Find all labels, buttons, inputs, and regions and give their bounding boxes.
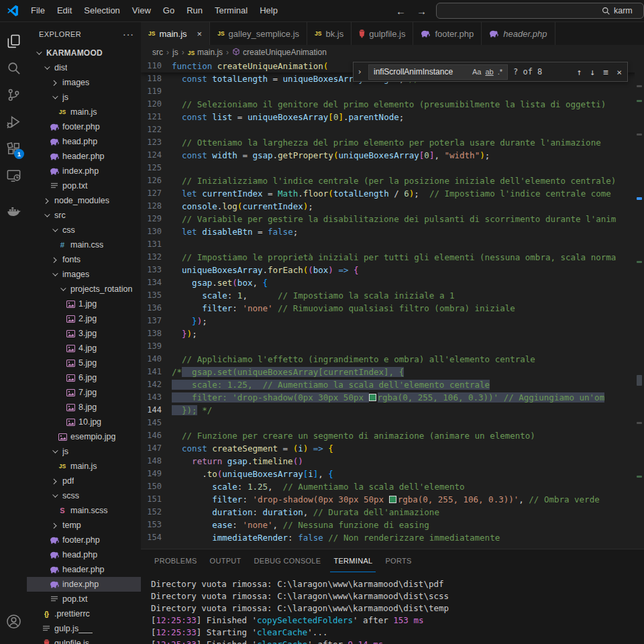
menu-edit[interactable]: Edit (51, 3, 78, 18)
code-line-134[interactable]: 134 gsap.set(box, { (141, 276, 644, 289)
tree-item-images[interactable]: images (27, 267, 141, 282)
close-find-icon[interactable]: × (616, 67, 622, 77)
code-line-149[interactable]: 149 .to(uniqueBoxesArray[i], { (141, 468, 644, 480)
panel-tab-problems[interactable]: PROBLEMS (151, 549, 201, 572)
code-line-141[interactable]: 141/* gsap.set(uniqueBoxesArray[currentI… (141, 366, 644, 378)
tree-item-pdf[interactable]: pdf (27, 474, 141, 488)
tree-item-8-jpg[interactable]: 8.jpg (27, 400, 141, 415)
extensions-icon[interactable]: 1 (0, 135, 27, 162)
breadcrumb-js[interactable]: js (172, 48, 178, 57)
tree-item-header-php[interactable]: header.php (27, 149, 141, 164)
panel-tab-debug-console[interactable]: DEBUG CONSOLE (251, 549, 325, 572)
breadcrumb-src[interactable]: src (152, 48, 163, 57)
code-line-142[interactable]: 142 scale: 1.25, // Aumentiamo la scala … (141, 378, 644, 391)
code-line-124[interactable]: 124 const width = gsap.getProperty(uniqu… (141, 149, 644, 162)
code-line-126[interactable]: 126 // Inizializziamo l'indice centrale … (141, 174, 644, 187)
next-match-icon[interactable]: ↓ (590, 67, 596, 77)
code-line-139[interactable]: 139 (141, 340, 644, 353)
code-line-154[interactable]: 154 immediateRender: false // Non render… (141, 531, 644, 544)
tab-gulpfile-js[interactable]: gulpfile.js (352, 22, 413, 45)
code-line-152[interactable]: 152 duration: duration, // Durata dell'a… (141, 506, 644, 519)
match-case-icon[interactable]: Aa (470, 68, 483, 76)
code-line-147[interactable]: 147 const createSegment = (i) => { (141, 442, 644, 455)
code-line-148[interactable]: 148 return gsap.timeline() (141, 455, 644, 468)
search-panel-icon[interactable] (0, 54, 27, 81)
docker-icon[interactable] (0, 198, 27, 225)
minimap[interactable] (635, 60, 644, 549)
code-line-151[interactable]: 151 filter: 'drop-shadow(0px 30px 50px r… (141, 493, 644, 506)
code-line-146[interactable]: 146 // Funzione per creare un segmento d… (141, 429, 644, 442)
tab-galley-semplice-js[interactable]: JSgalley_semplice.js (210, 22, 307, 45)
code-line-120[interactable]: 120 // Selezioniamo il genitore del prim… (141, 98, 644, 111)
tree-item-projects-rotation[interactable]: projects_rotation (27, 282, 141, 297)
menu-go[interactable]: Go (157, 3, 180, 18)
tree-item-pop-txt[interactable]: pop.txt (27, 592, 141, 606)
tree-item-prettierrc[interactable]: {}.prettierrc (27, 606, 141, 621)
tab-bk-js[interactable]: JSbk.js (307, 22, 352, 45)
tree-item-src[interactable]: src (27, 208, 141, 223)
close-tab-icon[interactable]: × (197, 29, 203, 39)
regex-icon[interactable]: .* (496, 68, 504, 76)
source-control-icon[interactable] (0, 81, 27, 108)
code-line-130[interactable]: 130 let disableBtn = false; (141, 225, 644, 238)
tree-item-esempio-jpg[interactable]: esempio.jpg (27, 429, 141, 444)
code-line-143[interactable]: 143 filter: 'drop-shadow(0px 30px 50px r… (141, 391, 644, 404)
tree-item-7-jpg[interactable]: 7.jpg (27, 385, 141, 400)
tab-main-js[interactable]: JSmain.js× (141, 22, 210, 45)
code-line-121[interactable]: 121 const list = uniqueBoxesArray[0].par… (141, 111, 644, 123)
tree-item-header-php[interactable]: header.php (27, 562, 141, 577)
tree-item-gulpfile-js[interactable]: gulpfile.js (27, 636, 141, 644)
explorer-more-actions-icon[interactable]: ··· (123, 29, 134, 40)
panel-tab-terminal[interactable]: TERMINAL (330, 549, 376, 572)
code-line-123[interactable]: 123 // Otteniamo la larghezza del primo … (141, 136, 644, 149)
code-line-133[interactable]: 133 uniqueBoxesArray.forEach((box) => { (141, 264, 644, 276)
tree-item-pop-txt[interactable]: pop.txt (27, 178, 141, 193)
previous-match-icon[interactable]: ↑ (577, 67, 582, 77)
whole-word-icon[interactable]: ab (483, 68, 495, 76)
tree-item-index-php[interactable]: index.php (27, 164, 141, 178)
tree-item-6-jpg[interactable]: 6.jpg (27, 370, 141, 385)
code-line-144[interactable]: 144 }); */ (141, 404, 644, 417)
code-line-150[interactable]: 150 scale: 1.25, // Aumentiamo la scala … (141, 480, 644, 493)
explorer-icon[interactable] (0, 28, 27, 54)
code-line-140[interactable]: 140 // Applichiamo l'effetto (ingrandime… (141, 353, 644, 366)
tree-item-1-jpg[interactable]: 1.jpg (27, 297, 141, 311)
code-line-131[interactable]: 131 (141, 238, 644, 251)
tree-item-head-php[interactable]: head.php (27, 134, 141, 149)
code-line-128[interactable]: 128 console.log(currentIndex); (141, 200, 644, 213)
tree-item-scss[interactable]: scss (27, 488, 141, 503)
code-line-125[interactable]: 125 (141, 162, 644, 174)
tree-item-4-jpg[interactable]: 4.jpg (27, 341, 141, 356)
tree-item-footer-php[interactable]: footer.php (27, 119, 141, 134)
code-line-127[interactable]: 127 let currentIndex = Math.floor(totalL… (141, 187, 644, 200)
tab-header-php[interactable]: header.php (482, 22, 555, 45)
tree-item-js[interactable]: js (27, 90, 141, 105)
terminal-output[interactable]: Directory vuota rimossa: C:\laragon\www\… (141, 572, 644, 644)
code-line-138[interactable]: 138 }); (141, 327, 644, 340)
tree-item-js[interactable]: js (27, 444, 141, 459)
tree-item-gulp-js[interactable]: gulp.js___ (27, 621, 141, 636)
tab-footer-php[interactable]: footer.php (413, 22, 482, 45)
breadcrumb-createuniqueanimation[interactable]: createUniqueAnimation (232, 48, 327, 58)
tree-item-main-scss[interactable]: Smain.scss (27, 503, 141, 518)
tree-item-index-php[interactable]: index.php (27, 577, 141, 592)
panel-tab-ports[interactable]: PORTS (382, 549, 415, 572)
run-debug-icon[interactable] (0, 108, 27, 135)
menu-file[interactable]: File (25, 3, 51, 18)
code-line-122[interactable]: 122 (141, 123, 644, 136)
find-input[interactable]: infiScrollAnimInstance Aa ab .* (368, 64, 508, 80)
account-icon[interactable] (0, 608, 27, 635)
code-line-145[interactable]: 145 (141, 417, 644, 429)
tree-item-karmamood[interactable]: KARMAMOOD (27, 46, 141, 60)
code-editor[interactable]: 110function createUniqueAnimation( 118 c… (141, 60, 644, 549)
menu-run[interactable]: Run (180, 3, 209, 18)
tree-item-node-modules[interactable]: node_modules (27, 193, 141, 208)
tree-item-main-js[interactable]: JSmain.js (27, 459, 141, 474)
code-line-119[interactable]: 119 (141, 85, 644, 98)
breadcrumb-main-js[interactable]: JSmain.js (188, 48, 223, 57)
tree-item-3-jpg[interactable]: 3.jpg (27, 326, 141, 341)
tree-item-10-jpg[interactable]: 10.jpg (27, 415, 141, 429)
tree-item-css[interactable]: css (27, 223, 141, 237)
tree-item-2-jpg[interactable]: 2.jpg (27, 311, 141, 326)
tree-item-temp[interactable]: temp (27, 518, 141, 533)
